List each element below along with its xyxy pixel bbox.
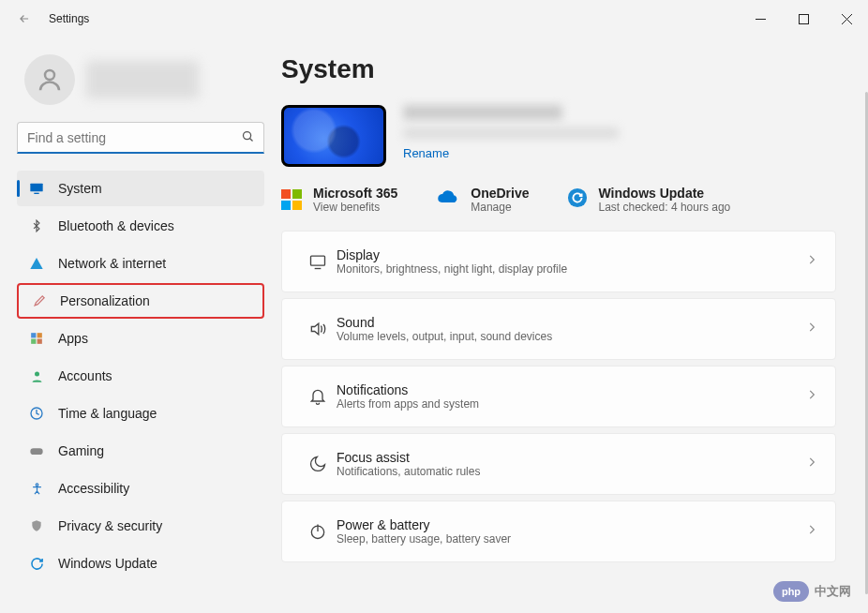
profile-name-redacted [86, 61, 199, 98]
svg-rect-4 [34, 193, 38, 194]
main-content: System Rename Microsoft 365 View benefit… [281, 37, 868, 613]
rename-link[interactable]: Rename [403, 146, 619, 160]
sidebar-item-label: Personalization [60, 293, 150, 308]
device-block: Rename [281, 105, 842, 167]
svg-point-12 [36, 483, 38, 486]
device-name-redacted [403, 105, 562, 120]
setting-notifications[interactable]: Notifications Alerts from apps and syste… [281, 366, 836, 427]
profile-block[interactable] [24, 54, 264, 105]
svg-rect-3 [30, 184, 42, 192]
setting-subtitle: Alerts from apps and system [337, 397, 805, 411]
info-card-subtitle: View benefits [313, 201, 397, 214]
titlebar: Settings [0, 0, 868, 37]
close-button[interactable] [825, 4, 868, 34]
svg-rect-11 [30, 448, 42, 455]
sidebar-item-label: Network & internet [58, 256, 166, 271]
svg-rect-7 [31, 339, 36, 344]
info-card-subtitle: Last checked: 4 hours ago [599, 201, 731, 214]
clock-globe-icon [28, 405, 45, 422]
minimize-button[interactable] [739, 4, 782, 34]
sound-icon [299, 320, 337, 338]
setting-title: Focus assist [337, 450, 805, 465]
svg-point-2 [244, 132, 251, 140]
sidebar-item-label: Gaming [58, 443, 104, 458]
info-card-title: Microsoft 365 [313, 186, 397, 201]
update-sync-icon [567, 187, 588, 212]
svg-point-9 [35, 371, 39, 376]
svg-rect-8 [37, 339, 42, 344]
setting-subtitle: Notifications, automatic rules [337, 465, 805, 478]
page-title: System [281, 54, 842, 84]
info-card-microsoft365[interactable]: Microsoft 365 View benefits [281, 186, 397, 214]
setting-focus[interactable]: Focus assist Notifications, automatic ru… [281, 433, 836, 495]
setting-title: Power & battery [337, 517, 805, 532]
device-thumbnail[interactable] [281, 105, 386, 167]
setting-subtitle: Sleep, battery usage, battery saver [337, 532, 805, 546]
sidebar-item-accounts[interactable]: Accounts [17, 358, 264, 394]
sidebar-item-gaming[interactable]: Gaming [17, 433, 264, 469]
info-card-title: Windows Update [599, 186, 731, 201]
sidebar-item-bluetooth[interactable]: Bluetooth & devices [17, 208, 264, 244]
watermark-text: 中文网 [815, 583, 851, 600]
info-card-title: OneDrive [471, 186, 529, 201]
sidebar-item-apps[interactable]: Apps [17, 321, 264, 356]
bell-icon [299, 387, 337, 406]
shield-icon [28, 517, 45, 534]
person-icon [28, 367, 45, 384]
display-icon [299, 252, 337, 271]
settings-list: Display Monitors, brightness, night ligh… [281, 231, 842, 562]
setting-title: Display [337, 247, 805, 262]
sidebar-item-update[interactable]: Windows Update [17, 546, 264, 581]
sidebar-item-privacy[interactable]: Privacy & security [17, 508, 264, 544]
sidebar-item-accessibility[interactable]: Accessibility [17, 471, 264, 506]
svg-rect-14 [311, 256, 325, 265]
setting-sound[interactable]: Sound Volume levels, output, input, soun… [281, 298, 836, 360]
nav-list: System Bluetooth & devices Network & int… [17, 171, 264, 583]
monitor-icon [28, 180, 45, 197]
svg-rect-0 [799, 14, 808, 23]
sidebar-item-system[interactable]: System [17, 171, 264, 206]
bluetooth-icon [28, 217, 45, 234]
info-card-onedrive[interactable]: OneDrive Manage [435, 186, 529, 214]
chevron-right-icon [805, 321, 818, 337]
device-model-redacted [403, 127, 619, 139]
svg-rect-6 [37, 333, 42, 337]
setting-subtitle: Monitors, brightness, night light, displ… [337, 262, 805, 276]
sidebar-item-label: Bluetooth & devices [58, 218, 174, 233]
gaming-icon [28, 442, 45, 459]
search-icon [241, 129, 255, 147]
search-input[interactable] [17, 122, 264, 154]
power-icon [299, 522, 337, 541]
setting-subtitle: Volume levels, output, input, sound devi… [337, 330, 805, 343]
search-box [17, 122, 264, 154]
update-icon [28, 555, 45, 572]
maximize-button[interactable] [782, 4, 825, 34]
sidebar-item-label: Windows Update [58, 556, 157, 571]
chevron-right-icon [805, 253, 818, 270]
sidebar-item-personalization[interactable]: Personalization [17, 283, 264, 319]
apps-icon [28, 330, 45, 347]
sidebar-item-label: Accessibility [58, 481, 129, 496]
setting-title: Sound [337, 315, 805, 330]
chevron-right-icon [805, 456, 818, 472]
sidebar-item-label: Time & language [58, 406, 157, 421]
sidebar-item-label: System [58, 181, 102, 196]
svg-point-1 [45, 70, 54, 80]
onedrive-icon [435, 189, 459, 210]
setting-display[interactable]: Display Monitors, brightness, night ligh… [281, 231, 836, 292]
sidebar-item-time[interactable]: Time & language [17, 396, 264, 431]
sidebar-item-network[interactable]: Network & internet [17, 246, 264, 281]
info-cards: Microsoft 365 View benefits OneDrive Man… [281, 186, 842, 214]
microsoft365-icon [281, 189, 302, 210]
back-button[interactable] [11, 6, 37, 32]
setting-title: Notifications [337, 382, 805, 397]
avatar [24, 54, 75, 105]
watermark: php 中文网 [773, 581, 851, 602]
window-title: Settings [49, 12, 89, 25]
info-card-windowsupdate[interactable]: Windows Update Last checked: 4 hours ago [567, 186, 731, 214]
sidebar-item-label: Apps [58, 331, 88, 346]
accessibility-icon [28, 480, 45, 497]
svg-rect-5 [31, 333, 36, 337]
setting-power[interactable]: Power & battery Sleep, battery usage, ba… [281, 501, 836, 562]
sidebar: System Bluetooth & devices Network & int… [0, 37, 281, 613]
